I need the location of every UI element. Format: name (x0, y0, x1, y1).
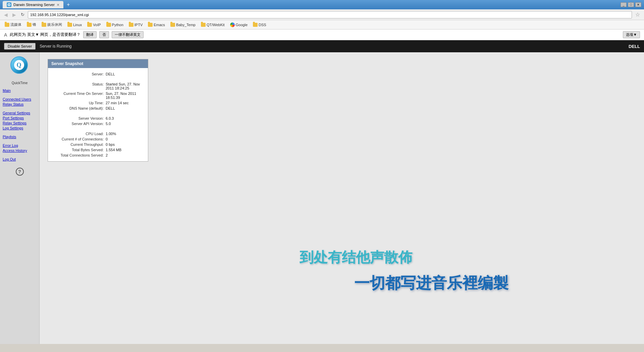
folder-icon (5, 23, 9, 27)
bookmark-item-leisure[interactable]: 娱乐休闲 (40, 21, 64, 28)
bookmark-star-icon[interactable]: ☆ (634, 11, 641, 18)
tab-close-button[interactable]: ✕ (57, 3, 59, 7)
sidebar-nav-logout: Log Out (3, 156, 37, 162)
sidebar-item-access-history[interactable]: Access History (3, 149, 37, 153)
no-translate-button[interactable]: 否 (99, 31, 109, 38)
google-icon (230, 22, 235, 27)
sidebar-item-relay-settings[interactable]: Relay Settings (3, 121, 37, 125)
qt-inner: Q (14, 60, 24, 70)
bookmark-item-babytemp[interactable]: Baby_Temp (168, 22, 198, 27)
snapshot-header: Server Snapshot (48, 59, 148, 68)
close-button[interactable]: ✕ (635, 2, 641, 7)
bookmark-item-voip[interactable]: VoIP (85, 22, 103, 27)
folder-icon (87, 23, 92, 27)
bookmark-item-qtwebkit[interactable]: QT/WebKit (199, 22, 227, 27)
folder-icon (129, 23, 133, 27)
snapshot-value-uptime: 27 min 14 sec (106, 101, 128, 105)
bookmark-item-dss[interactable]: DSS (251, 22, 268, 27)
main-layout: Q QuickTime Main Connected Users Relay S… (0, 52, 644, 344)
server-name-header: DELL (629, 44, 640, 49)
snapshot-label-dns: DNS Name (default): (52, 106, 106, 110)
app-header: Disable Server Server is Running DELL (0, 40, 644, 52)
snapshot-row-dns: DNS Name (default): DELL (52, 106, 144, 110)
minimize-button[interactable]: _ (621, 2, 627, 7)
snapshot-value-server: DELL (106, 72, 115, 76)
window-controls: _ □ ✕ (621, 2, 641, 7)
bookmark-item-feng[interactable]: 锋 (25, 21, 38, 28)
snapshot-value-dns: DELL (106, 106, 115, 110)
snapshot-label-cpu-load: CPU Load: (52, 132, 106, 136)
browser-titlebar: Darwin Streaming Server ✕ + _ □ ✕ (0, 0, 644, 9)
snapshot-value-current-time: Sun, 27. Nov 2011 18:51:39 (106, 92, 144, 100)
sidebar-item-relay-status[interactable]: Relay Status (3, 102, 37, 106)
bookmark-item-python[interactable]: Python (104, 22, 125, 27)
bookmark-label: QT/WebKit (207, 23, 225, 27)
snapshot-row-server-version: Server Version: 6.0.3 (52, 116, 144, 120)
address-input[interactable] (28, 11, 632, 18)
bookmark-item-google[interactable]: Google (228, 22, 250, 28)
bookmark-item-iptv[interactable]: IPTV (127, 22, 145, 27)
sidebar-nav-settings: General Settings Port Settings Relay Set… (3, 110, 37, 131)
snapshot-value-bytes-served: 1.554 MB (106, 148, 121, 152)
tab-favicon-icon (7, 2, 11, 7)
sidebar-item-port-settings[interactable]: Port Settings (3, 116, 37, 120)
bookmark-label: VoIP (93, 23, 101, 27)
maximize-button[interactable]: □ (628, 2, 634, 7)
snapshot-body: Server: DELL Status: Started Sun, 27. No… (48, 68, 148, 161)
sidebar-item-main[interactable]: Main (3, 89, 37, 93)
help-icon[interactable]: ? (16, 168, 24, 176)
snapshot-row-cpu-load: CPU Load: 1.00% (52, 132, 144, 136)
snapshot-value-server-version: 6.0.3 (106, 116, 114, 120)
snapshot-row-throughput: Current Throughput: 0 bps (52, 142, 144, 146)
translate-button[interactable]: 翻译 (83, 31, 97, 38)
snapshot-row-server: Server: DELL (52, 72, 144, 76)
bookmark-item-media[interactable]: 流媒体 (3, 21, 23, 28)
snapshot-value-status: Started Sun, 27. Nov 2011 18:24:25 (106, 82, 144, 90)
folder-icon (106, 23, 111, 27)
reload-button[interactable]: ↻ (19, 11, 26, 18)
snapshot-label-throughput: Current Throughput: (52, 142, 106, 146)
sidebar-nav-logs: Error Log Access History (3, 142, 37, 154)
new-tab-button[interactable]: + (65, 2, 71, 8)
svg-point-1 (8, 4, 10, 5)
snapshot-row-total-connections: Total Connections Served: 2 (52, 153, 144, 157)
translate-icon: A (4, 32, 7, 38)
snapshot-label-uptime: Up Time: (52, 101, 106, 105)
snapshot-value-connections: 0 (106, 137, 108, 141)
snapshot-row-connections: Current # of Connections: 0 (52, 137, 144, 141)
snapshot-row-api-version: Server API Version: 5.0 (52, 122, 144, 126)
bookmarks-bar: 流媒体 锋 娱乐休闲 Linux VoIP Python IPTV Emacs … (0, 20, 644, 30)
back-button[interactable]: ◀ (3, 11, 9, 18)
snapshot-label-status: Status: (52, 82, 106, 90)
folder-icon (201, 23, 206, 27)
never-translate-button[interactable]: 一律不翻译英文 (112, 31, 144, 38)
folder-icon (148, 23, 153, 27)
forward-button[interactable]: ▶ (11, 11, 17, 18)
snapshot-label-server: Server: (52, 72, 106, 76)
bookmark-label: Baby_Temp (176, 23, 196, 27)
bookmark-label: Google (236, 23, 248, 27)
snapshot-label-server-version: Server Version: (52, 116, 106, 120)
bookmark-item-emacs[interactable]: Emacs (146, 22, 167, 27)
bookmark-label: 流媒体 (10, 22, 21, 27)
bookmark-label: IPTV (135, 23, 143, 27)
snapshot-row-bytes-served: Total Bytes Served: 1.554 MB (52, 148, 144, 152)
bookmark-item-linux[interactable]: Linux (65, 22, 84, 27)
translation-options-button[interactable]: 选项▼ (623, 31, 640, 38)
sidebar-item-playlists[interactable]: Playlists (3, 135, 37, 139)
disable-server-button[interactable]: Disable Server (4, 43, 36, 50)
sidebar-item-error-log[interactable]: Error Log (3, 143, 37, 148)
sidebar-item-connected-users[interactable]: Connected Users (3, 97, 37, 101)
sidebar-item-log-out[interactable]: Log Out (3, 157, 37, 161)
sidebar-nav-main: Main (3, 87, 37, 94)
snapshot-value-throughput: 0 bps (106, 142, 115, 146)
snapshot-value-cpu-load: 1.00% (106, 132, 116, 136)
sidebar-item-log-settings[interactable]: Log Settings (3, 126, 37, 130)
sidebar-item-general-settings[interactable]: General Settings (3, 111, 37, 115)
snapshot-row-status: Status: Started Sun, 27. Nov 2011 18:24:… (52, 82, 144, 90)
folder-icon (42, 23, 46, 27)
server-status: Server is Running (40, 44, 71, 49)
browser-tab[interactable]: Darwin Streaming Server ✕ (3, 1, 63, 8)
bookmark-label: Python (112, 23, 123, 27)
snapshot-label-connections: Current # of Connections: (52, 137, 106, 141)
